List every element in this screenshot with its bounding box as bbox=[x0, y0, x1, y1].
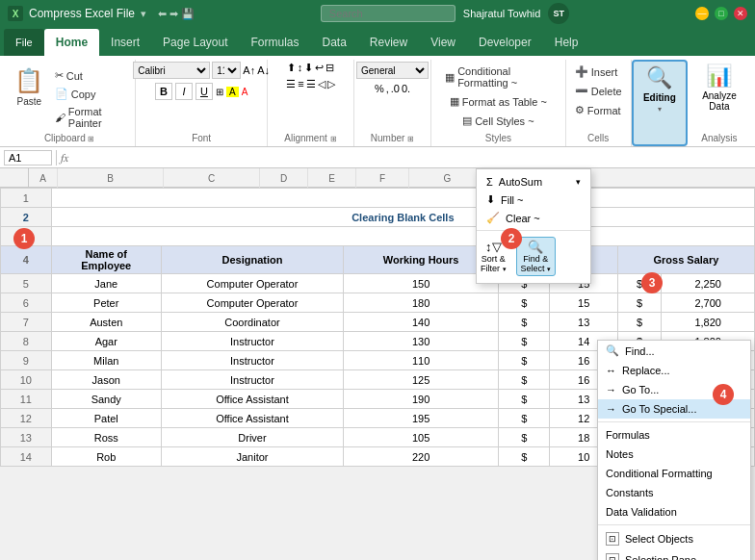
title-search[interactable] bbox=[321, 5, 456, 22]
constants-item[interactable]: Constants bbox=[598, 483, 750, 502]
tab-help[interactable]: Help bbox=[543, 29, 590, 56]
percent-button[interactable]: % bbox=[375, 83, 384, 94]
analysis-group: 📊 Analyze Data Analysis bbox=[688, 60, 751, 146]
empty-row-3[interactable] bbox=[51, 227, 754, 246]
paste-button[interactable]: 📋 Paste bbox=[12, 64, 47, 111]
delete-cells-button[interactable]: ➖ Delete bbox=[569, 83, 628, 99]
dropdown-divider-1 bbox=[598, 421, 750, 422]
merge-button[interactable]: ⊟ bbox=[325, 62, 334, 74]
tab-home[interactable]: Home bbox=[44, 29, 99, 56]
replace-item[interactable]: ↔ Replace... bbox=[598, 361, 750, 380]
cell-reference[interactable] bbox=[4, 150, 52, 165]
align-top-button[interactable]: ⬆ bbox=[287, 62, 296, 74]
align-middle-button[interactable]: ↕ bbox=[298, 62, 303, 74]
goto-special-item[interactable]: → Go To Special... bbox=[598, 399, 750, 419]
alignment-label: Alignment ⊞ bbox=[284, 131, 336, 146]
format-table-icon: ▦ bbox=[450, 95, 459, 108]
select-objects-item[interactable]: ⊡ Select Objects bbox=[598, 528, 750, 549]
format-as-table-button[interactable]: ▦ Format as Table ~ bbox=[444, 93, 553, 110]
notes-item[interactable]: Notes bbox=[598, 445, 750, 464]
formulas-item[interactable]: Formulas bbox=[598, 425, 750, 445]
header-name: Name ofEmployee bbox=[51, 246, 161, 274]
col-header-row: A B C D E F G bbox=[0, 168, 755, 188]
selection-pane-item[interactable]: ⊡ Selection Pane... bbox=[598, 549, 750, 560]
cells-label: Cells bbox=[587, 131, 609, 146]
tab-view[interactable]: View bbox=[419, 29, 467, 56]
tab-review[interactable]: Review bbox=[358, 29, 419, 56]
maximize-button[interactable]: □ bbox=[715, 7, 728, 20]
table-row: 3 bbox=[1, 227, 755, 246]
insert-function-button[interactable]: 𝑓𝑥 bbox=[61, 151, 68, 165]
col-C: C bbox=[164, 168, 260, 188]
decrease-decimal-button[interactable]: 0. bbox=[402, 83, 410, 94]
copy-button[interactable]: 📄 Copy bbox=[49, 86, 128, 102]
underline-button[interactable]: U bbox=[195, 83, 213, 100]
find-select-button[interactable]: 🔍 Find & Select ▾ bbox=[516, 237, 557, 276]
fill-color-button[interactable]: A bbox=[226, 87, 239, 97]
tab-formulas[interactable]: Formulas bbox=[239, 29, 310, 56]
number-format-select[interactable]: General bbox=[356, 62, 429, 79]
italic-button[interactable]: I bbox=[175, 83, 193, 100]
sort-label: Sort & bbox=[482, 254, 506, 264]
title-dropdown-icon[interactable]: ▾ bbox=[141, 8, 146, 20]
sort-filter-button[interactable]: ↕▽ Sort & Filter ▾ bbox=[481, 240, 507, 273]
col-F: F bbox=[356, 168, 409, 188]
increase-indent-button[interactable]: ▷ bbox=[327, 78, 335, 90]
clear-icon: 🧹 bbox=[486, 212, 500, 224]
border-button[interactable]: ⊞ bbox=[216, 87, 223, 97]
wrap-text-button[interactable]: ↩ bbox=[315, 62, 324, 74]
increase-decimal-button[interactable]: .0 bbox=[391, 83, 400, 94]
font-size-select[interactable]: 11 bbox=[212, 62, 241, 79]
minimize-button[interactable]: — bbox=[695, 7, 709, 20]
format-cells-button[interactable]: ⚙ Format bbox=[569, 102, 627, 118]
align-right-button[interactable]: ☰ bbox=[306, 78, 316, 90]
font-color-button[interactable]: A bbox=[242, 87, 248, 97]
find-item[interactable]: 🔍 Find... bbox=[598, 341, 750, 361]
spreadsheet-title[interactable]: Clearing Blank Cells bbox=[51, 208, 754, 227]
clear-item[interactable]: 🧹 Clear ~ bbox=[477, 209, 590, 227]
tab-data[interactable]: Data bbox=[311, 29, 358, 56]
header-designation: Designation bbox=[161, 246, 343, 274]
editing-dropdown-arrow[interactable]: ▾ bbox=[658, 105, 662, 114]
tab-insert[interactable]: Insert bbox=[99, 29, 151, 56]
align-bottom-button[interactable]: ⬇ bbox=[304, 62, 313, 74]
align-left-button[interactable]: ☰ bbox=[286, 78, 296, 90]
tab-file[interactable]: File bbox=[4, 29, 44, 56]
close-button[interactable]: ✕ bbox=[734, 7, 747, 20]
cut-button[interactable]: ✂ Cut bbox=[49, 67, 128, 84]
analyze-data-label[interactable]: Analyze Data bbox=[695, 90, 743, 112]
clipboard-group: 📋 Paste ✂ Cut 📄 Copy 🖌 Format Painter Cl… bbox=[4, 60, 136, 146]
data-validation-item[interactable]: Data Validation bbox=[598, 502, 750, 522]
insert-cells-button[interactable]: ➕ Insert bbox=[569, 64, 624, 80]
tab-developer[interactable]: Developer bbox=[467, 29, 543, 56]
insert-icon: ➕ bbox=[575, 65, 588, 78]
align-center-button[interactable]: ≡ bbox=[298, 78, 303, 90]
fill-item[interactable]: ⬇ Fill ~ bbox=[477, 191, 590, 209]
comma-button[interactable]: , bbox=[386, 83, 389, 94]
increase-font-button[interactable]: A↑ bbox=[243, 64, 255, 76]
decrease-indent-button[interactable]: ◁ bbox=[318, 78, 325, 90]
format-painter-button[interactable]: 🖌 Format Painter bbox=[49, 104, 128, 131]
autosum-item[interactable]: Σ AutoSum ▾ bbox=[477, 173, 590, 191]
paste-icon: 📋 bbox=[14, 67, 43, 94]
empty-row-1[interactable] bbox=[51, 189, 754, 208]
styles-group: ▦ Conditional Formatting ~ ▦ Format as T… bbox=[431, 60, 565, 146]
styles-label: Styles bbox=[485, 131, 511, 146]
dropdown-divider bbox=[477, 230, 590, 231]
goto-special-icon: → bbox=[606, 403, 616, 415]
goto-item[interactable]: → Go To... bbox=[598, 380, 750, 399]
tab-page-layout[interactable]: Page Layout bbox=[151, 29, 239, 56]
editing-label[interactable]: Editing bbox=[643, 92, 676, 103]
conditional-formatting-button[interactable]: ▦ Conditional Formatting ~ bbox=[439, 64, 557, 90]
cell-styles-button[interactable]: ▤ Cell Styles ~ bbox=[456, 113, 539, 129]
editing-group: 🔍 Editing ▾ bbox=[632, 60, 688, 146]
goto-icon: → bbox=[606, 384, 616, 395]
font-family-select[interactable]: Calibri bbox=[133, 62, 210, 79]
cell-styles-icon: ▤ bbox=[462, 115, 472, 127]
bold-button[interactable]: B bbox=[155, 83, 172, 100]
conditional-formatting-icon: ▦ bbox=[445, 71, 455, 84]
cells-group: ➕ Insert ➖ Delete ⚙ Format Cells bbox=[566, 60, 632, 146]
col-A: A bbox=[29, 168, 58, 188]
conditional-formatting-item[interactable]: Conditional Formatting bbox=[598, 464, 750, 483]
formula-input[interactable] bbox=[72, 152, 751, 164]
